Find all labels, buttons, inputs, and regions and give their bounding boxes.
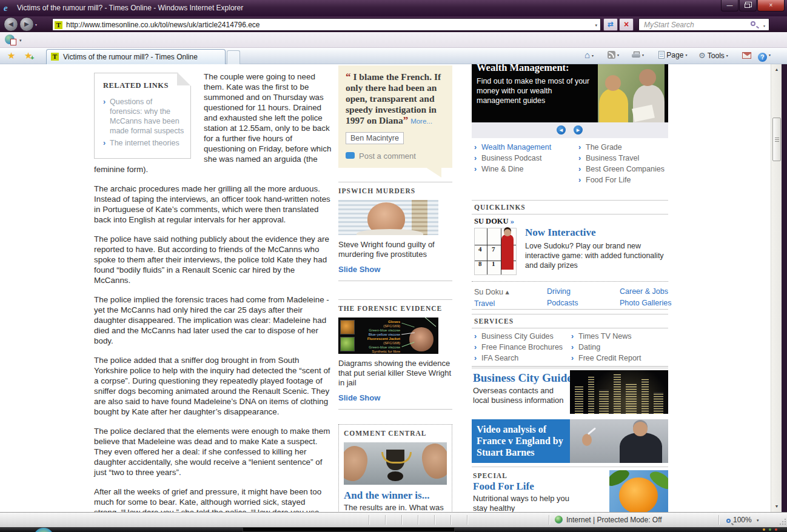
quicklink[interactable]: Su Doku ▴ (474, 287, 535, 296)
scrollbar-thumb[interactable] (772, 118, 781, 161)
related-link[interactable]: ›Questions of forensics: why the McCanns… (103, 97, 184, 136)
start-orb-icon[interactable] (33, 528, 54, 532)
related-link[interactable]: ›The internet theories (103, 138, 184, 148)
vertical-scrollbar[interactable]: ▲ ▼ (771, 64, 782, 512)
extension-toolbar: ▾ (0, 32, 787, 48)
section-title: THE FORENSIC EVIDENCE (338, 305, 452, 312)
search-box[interactable]: MyStart Search ▾ (638, 18, 769, 31)
sidebar-link[interactable]: ›Food For Life (578, 176, 669, 184)
quicklink[interactable]: Driving (547, 287, 608, 296)
window-title: Victims of the rumour mill? - Times Onli… (17, 4, 243, 12)
print-button[interactable]: ▾ (632, 51, 644, 59)
sudoku-photo[interactable]: 4 7 8 1 (474, 228, 517, 275)
stop-button[interactable]: × (619, 18, 634, 31)
sudoku-promo-title[interactable]: Now Interactive (525, 227, 596, 239)
stuart-barnes-photo (570, 419, 668, 463)
add-favorite-plus-icon: + (30, 54, 34, 61)
pdf-globe-icon[interactable] (5, 35, 15, 44)
help-menu[interactable]: ?▾ (758, 51, 771, 62)
page-menu[interactable]: Page▾ (658, 51, 687, 59)
scroll-down-button[interactable]: ▼ (772, 502, 782, 511)
special-panel[interactable]: SPECIAL Food For Life Nutritional ways t… (472, 467, 668, 512)
printer-icon (632, 52, 640, 59)
more-link[interactable]: More... (410, 118, 432, 125)
address-bar[interactable]: T http://www.timesonline.co.uk/tol/news/… (52, 18, 601, 31)
quicklink[interactable]: Travel (474, 299, 535, 308)
feeds-button[interactable]: ▾ (608, 51, 619, 59)
article-paragraph: The police added that a sniffer dog brou… (94, 355, 332, 417)
quicklink[interactable]: Career & Jobs (620, 287, 686, 296)
address-dropdown-icon[interactable]: ▾ (595, 23, 597, 28)
service-link[interactable]: ›Free Finance Brochures (474, 343, 569, 351)
tab-title: Victims of the rumour mill? - Times Onli… (63, 53, 198, 61)
resize-grip[interactable] (779, 519, 786, 526)
video-analysis-panel[interactable]: Video analysis of France v England by St… (472, 419, 668, 463)
service-link[interactable]: ›IFA Search (474, 354, 569, 362)
forensic-caption: Diagrams showing the evidence that put s… (338, 359, 452, 388)
post-comment-link[interactable]: Post a comment (346, 151, 446, 161)
close-button[interactable]: × (757, 0, 785, 12)
favorites-icon[interactable]: ★ (7, 50, 15, 61)
forward-button[interactable]: ► (19, 17, 34, 32)
minimize-button[interactable]: — (721, 0, 738, 12)
forensic-photo[interactable]: Gloves(SFC/169)Green-blue viscoseBlue-ye… (338, 318, 438, 354)
sudoku-header[interactable]: SU DOKU » (474, 217, 514, 226)
sidebar-link[interactable]: ›Best Green Companies (578, 165, 669, 173)
related-links-box: RELATED LINKS ›Questions of forensics: w… (94, 73, 191, 159)
maximize-button[interactable] (739, 0, 757, 12)
carousel-prev-button[interactable]: ◀ (557, 125, 566, 135)
caret-up-icon: ▴ (505, 288, 509, 296)
maximize-icon (745, 4, 750, 8)
video-analysis-text[interactable]: Video analysis of France v England by St… (472, 419, 569, 458)
back-button[interactable]: ◄ (4, 17, 18, 32)
section-title: IPSWICH MURDERS (338, 187, 452, 195)
tray-icon[interactable] (775, 528, 777, 531)
sidebar-link[interactable]: ›The Grade (578, 143, 669, 151)
refresh-button[interactable]: ⇄ (603, 18, 618, 31)
tab-active[interactable]: T Victims of the rumour mill? - Times On… (46, 49, 226, 64)
city-skyline-photo (570, 370, 668, 414)
service-link[interactable]: ›Times TV News (571, 332, 662, 341)
business-city-guides-panel[interactable]: Business City Guides Overseas contacts a… (472, 370, 668, 414)
zoom-control[interactable]: 100% (726, 516, 752, 524)
scroll-up-button[interactable]: ▲ (772, 65, 782, 75)
service-link[interactable]: ›Business City Guides (474, 332, 569, 341)
carousel-next-button[interactable]: ▶ (574, 125, 583, 135)
search-icon[interactable] (751, 21, 755, 26)
sidebar-link[interactable]: ›Business Podcast (474, 154, 565, 162)
url-text[interactable]: http://www.timesonline.co.uk/tol/news/uk… (66, 21, 260, 29)
wealth-panel[interactable]: Wealth Management: Find out to make the … (472, 64, 668, 122)
slideshow-link[interactable]: Slide Show (338, 393, 380, 402)
quote-author[interactable]: Ben Macintyre (346, 132, 404, 144)
sidebar-link[interactable]: ›Business Travel (578, 154, 669, 162)
search-dropdown-icon[interactable]: ▾ (763, 24, 765, 28)
window-titlebar: e Victims of the rumour mill? - Times On… (0, 0, 787, 16)
related-links-title: RELATED LINKS (103, 81, 184, 91)
tools-menu[interactable]: ⚙ Tools▾ (698, 51, 728, 60)
sidebar-link[interactable]: ›Wine & Dine (474, 165, 565, 173)
tray-icon[interactable] (769, 528, 771, 531)
mail-button[interactable] (742, 51, 751, 59)
orange-photo (609, 470, 668, 512)
bcg-text: Overseas contacts and local business inf… (473, 386, 564, 405)
taskbar-button[interactable] (243, 527, 455, 532)
quicklink[interactable]: Photo Galleries (620, 299, 686, 307)
sidebar-link[interactable]: ›Wealth Management (474, 143, 565, 151)
quicklink[interactable]: Podcasts (547, 299, 608, 307)
recent-pages-dropdown[interactable]: ▾ (35, 22, 37, 27)
comment-headline[interactable]: And the winner is... (344, 490, 447, 502)
extension-dropdown-icon[interactable]: ▾ (19, 38, 22, 43)
article-paragraph: The police have said nothing publicly ab… (94, 234, 332, 285)
tray-icon[interactable] (763, 528, 765, 531)
ipswich-photo[interactable] (338, 200, 438, 235)
new-tab-stub[interactable] (227, 50, 240, 64)
zoom-dropdown-icon[interactable]: ▾ (757, 518, 759, 523)
dotted-separator (472, 281, 668, 282)
slideshow-link[interactable]: Slide Show (338, 265, 380, 274)
service-link[interactable]: ›Dating (571, 343, 662, 351)
comment-photo[interactable] (344, 442, 447, 485)
zone-globe-icon (555, 516, 563, 524)
home-button[interactable]: ⌂▾ (584, 51, 594, 60)
help-icon: ? (758, 53, 767, 62)
service-link[interactable]: ›Free Credit Report (571, 354, 662, 362)
